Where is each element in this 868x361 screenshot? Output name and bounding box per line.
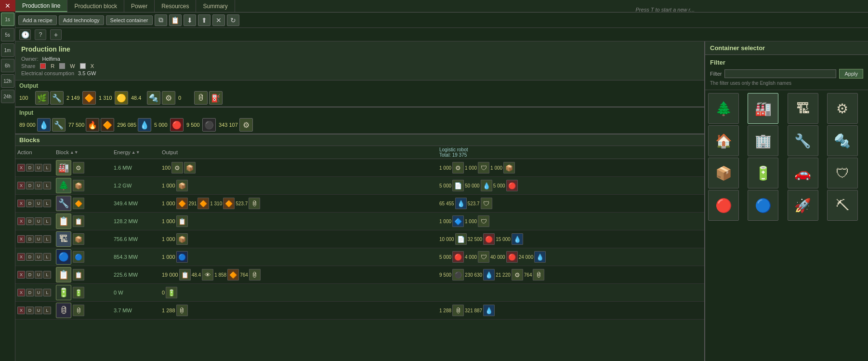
sidebar-icon-5s[interactable]: 5s <box>1 28 14 41</box>
add-recipe-button[interactable]: Add a recipe <box>18 15 57 25</box>
u-button-2[interactable]: U <box>35 200 42 207</box>
block-icon-7[interactable]: 🔋 <box>56 285 71 300</box>
x-button-7[interactable]: X <box>17 289 25 296</box>
u-button-1[interactable]: U <box>35 182 42 189</box>
l-button-4[interactable]: L <box>43 235 51 243</box>
download-icon[interactable]: ⬇ <box>184 14 196 26</box>
block-icon-2[interactable]: 🔧 <box>56 196 71 211</box>
sidebar-icon-24h[interactable]: 24h <box>1 90 14 103</box>
u-button-5[interactable]: U <box>35 253 42 261</box>
u-button-3[interactable]: U <box>35 217 42 225</box>
d-button-1[interactable]: D <box>26 182 34 189</box>
container-item-red[interactable]: 🔴 <box>708 190 739 221</box>
container-item-tree[interactable]: 🌲 <box>708 93 739 124</box>
help-icon[interactable]: ? <box>35 29 46 40</box>
container-item-box[interactable]: 📦 <box>708 158 739 188</box>
l-button-5[interactable]: L <box>43 253 51 261</box>
l-button-1[interactable]: L <box>43 182 51 189</box>
d-button-0[interactable]: D <box>26 164 34 172</box>
d-button-6[interactable]: D <box>26 271 34 279</box>
close-button[interactable]: ✕ <box>0 0 15 12</box>
delete-icon[interactable]: ✕ <box>212 14 225 26</box>
u-button-6[interactable]: U <box>35 271 42 279</box>
l-button-8[interactable]: L <box>43 307 51 314</box>
x-button-6[interactable]: X <box>17 271 25 279</box>
refresh-icon[interactable]: ↻ <box>227 14 239 26</box>
u-button-8[interactable]: U <box>35 307 42 314</box>
container-item-tank[interactable]: ⚙ <box>827 93 858 124</box>
input-section: Input 89 000 💧 🔧 77 500 🔥 🔶 296 085 <box>15 107 704 134</box>
input-cell-8: 1 288🛢 321 887💧 <box>439 305 702 316</box>
sidebar-icon-1s[interactable]: 1s <box>1 13 14 26</box>
output-cell-0: 100 ⚙ 📦 <box>162 162 425 174</box>
d-button-2[interactable]: D <box>26 200 34 207</box>
block-icon-8[interactable]: 🛢 <box>56 303 71 318</box>
container-item-shield[interactable]: 🛡 <box>827 158 858 188</box>
d-button-7[interactable]: D <box>26 289 34 296</box>
copy-icon[interactable]: ⧉ <box>155 14 167 26</box>
l-button-3[interactable]: L <box>43 217 51 225</box>
blocks-columns: Action Block ▲▼ Energy ▲▼ Output <box>15 146 704 159</box>
tab-power[interactable]: Power <box>124 0 155 12</box>
sidebar-icon-12h[interactable]: 12h <box>1 74 14 88</box>
add-technology-button[interactable]: Add technology <box>59 15 104 25</box>
clock-icon[interactable]: 🕐 <box>19 29 31 40</box>
x-button-0[interactable]: X <box>17 164 25 172</box>
x-button-3[interactable]: X <box>17 217 25 225</box>
block-sort-arrows[interactable]: ▲▼ <box>70 150 79 155</box>
u-button-4[interactable]: U <box>35 235 42 243</box>
d-button-4[interactable]: D <box>26 235 34 243</box>
main-area: Production line Production block Power R… <box>15 0 868 361</box>
upload-icon[interactable]: ⬆ <box>198 14 210 26</box>
container-item-gear[interactable]: 🔩 <box>827 125 858 156</box>
paste-icon[interactable]: 📋 <box>169 14 182 26</box>
x-button-1[interactable]: X <box>17 182 25 189</box>
block-icon-4[interactable]: 🏗 <box>56 231 71 247</box>
container-item-wrench[interactable]: 🔧 <box>788 125 818 156</box>
x-button-2[interactable]: X <box>17 200 25 207</box>
plus-icon[interactable]: + <box>50 29 62 40</box>
l-button-6[interactable]: L <box>43 271 51 279</box>
l-button-0[interactable]: L <box>43 164 51 172</box>
sidebar-icon-1m[interactable]: 1m <box>1 43 14 57</box>
block-icon-cell-0: 🏭 ⚙ <box>56 160 114 175</box>
container-item-rocket[interactable]: 🚀 <box>788 190 818 221</box>
select-container-button[interactable]: Select container <box>106 15 153 25</box>
filter-input[interactable] <box>724 69 836 78</box>
u-button-0[interactable]: U <box>35 164 42 172</box>
container-item-car[interactable]: 🚗 <box>788 158 818 188</box>
container-item-blue[interactable]: 🔵 <box>748 190 778 221</box>
container-item-pickaxe[interactable]: ⛏ <box>827 190 858 221</box>
container-grid: 🌲 🏭 🏗 ⚙ 🏠 🏢 🔧 🔩 📦 🔋 🚗 🛡 🔴 🔵 🚀 ⛏ <box>705 90 868 224</box>
tab-production-block[interactable]: Production block <box>67 0 124 12</box>
sidebar-icon-6h[interactable]: 6h <box>1 59 14 72</box>
container-item-military[interactable]: 🏗 <box>788 93 818 124</box>
tab-summary[interactable]: Summary <box>196 0 235 12</box>
container-item-house[interactable]: 🏠 <box>708 125 739 156</box>
output-cell-4: 1 000 📦 <box>162 233 425 245</box>
d-button-5[interactable]: D <box>26 253 34 261</box>
block-icon-3[interactable]: 📋 <box>56 214 71 229</box>
container-item-battery[interactable]: 🔋 <box>748 158 778 188</box>
container-item-building[interactable]: 🏢 <box>748 125 778 156</box>
apply-button[interactable]: Apply <box>839 69 863 79</box>
d-button-3[interactable]: D <box>26 217 34 225</box>
tab-production-line[interactable]: Production line <box>15 0 67 12</box>
block-icon-0[interactable]: 🏭 <box>56 160 71 175</box>
tab-resources[interactable]: Resources <box>155 0 196 12</box>
d-button-8[interactable]: D <box>26 307 34 314</box>
block-icon-5[interactable]: 🔵 <box>56 249 71 265</box>
output-cell-5: 1 000 🔵 <box>162 251 425 263</box>
block-icon-1[interactable]: 🌲 <box>56 178 71 193</box>
x-button-5[interactable]: X <box>17 253 25 261</box>
x-button-8[interactable]: X <box>17 307 25 314</box>
block-icon-6[interactable]: 📋 <box>56 267 71 282</box>
x-button-4[interactable]: X <box>17 235 25 243</box>
l-button-2[interactable]: L <box>43 200 51 207</box>
u-button-7[interactable]: U <box>35 289 42 296</box>
electrical-value: 3.5 GW <box>78 70 96 76</box>
energy-sort-arrows[interactable]: ▲▼ <box>132 150 140 155</box>
container-item-factory[interactable]: 🏭 <box>748 93 778 124</box>
block-mini-icon-8: 🛢 <box>73 305 84 316</box>
l-button-7[interactable]: L <box>43 289 51 296</box>
